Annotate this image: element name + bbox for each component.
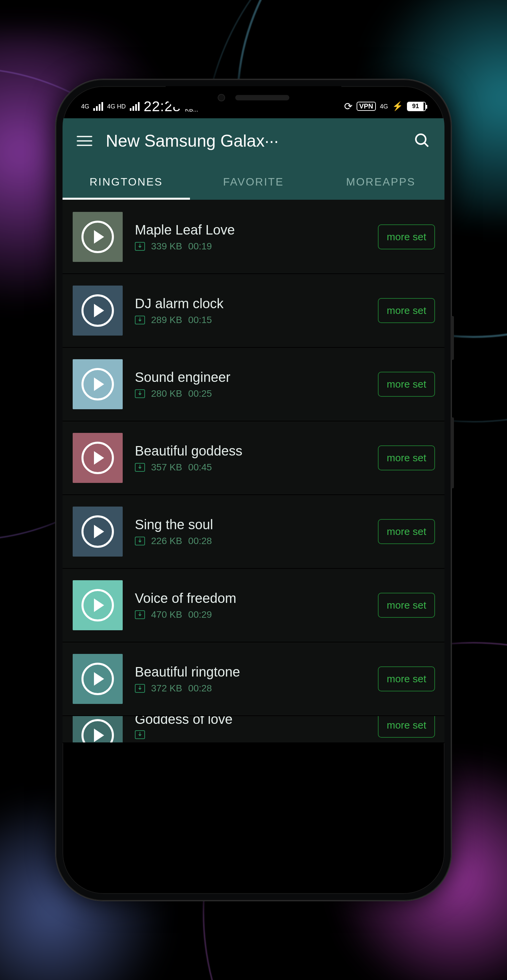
play-icon	[81, 221, 114, 253]
play-button[interactable]	[73, 286, 123, 336]
ringtone-name: Goddess of love	[135, 716, 366, 727]
ringtone-duration: 00:29	[188, 609, 212, 620]
ringtone-size: 289 KB	[151, 315, 182, 325]
more-set-button[interactable]: more set	[378, 593, 435, 618]
ringtone-size: 372 KB	[151, 683, 182, 694]
more-set-button[interactable]: more set	[378, 519, 435, 544]
ringtone-duration: 00:25	[188, 388, 212, 399]
play-button[interactable]	[73, 580, 123, 630]
ringtone-name: Maple Leaf Love	[135, 222, 366, 237]
ringtone-size: 339 KB	[151, 241, 182, 252]
download-icon	[135, 389, 145, 398]
ringtone-duration: 00:45	[188, 462, 212, 473]
ringtone-size: 357 KB	[151, 462, 182, 473]
list-item[interactable]: Goddess of love more set	[62, 716, 445, 743]
play-button[interactable]	[73, 433, 123, 483]
network-label: 4G	[81, 103, 89, 110]
ringtone-info: Beautiful goddess 357 KB 00:45	[135, 443, 366, 473]
play-button[interactable]	[73, 716, 123, 743]
play-icon	[81, 515, 114, 548]
signal-bars-icon	[130, 102, 140, 111]
download-icon	[135, 242, 145, 251]
svg-line-1	[424, 143, 428, 146]
download-icon	[135, 730, 145, 739]
ringtone-name: Beautiful goddess	[135, 443, 366, 458]
more-set-button[interactable]: more set	[378, 667, 435, 691]
play-icon	[81, 368, 114, 401]
tab-bar: RINGTONES FAVORITE MOREAPPS	[62, 167, 445, 200]
app-header: New Samsung Galax··· RINGTONES FAVORITE …	[62, 118, 445, 200]
play-icon	[81, 294, 114, 327]
ringtone-info: DJ alarm clock 289 KB 00:15	[135, 296, 366, 325]
ringtone-name: DJ alarm clock	[135, 296, 366, 311]
download-icon	[135, 316, 145, 325]
ringtone-name: Sing the soul	[135, 517, 366, 532]
list-item[interactable]: DJ alarm clock 289 KB 00:15 more set	[62, 274, 445, 348]
play-icon	[81, 663, 114, 695]
tab-ringtones[interactable]: RINGTONES	[62, 167, 190, 200]
more-set-button[interactable]: more set	[378, 445, 435, 470]
ringtone-size: 280 KB	[151, 388, 182, 399]
screen: 4G 4G HD 22:28 1... KB... ⟳ VPN 4G ⚡ 91	[62, 86, 445, 894]
list-item[interactable]: Beautiful ringtone 372 KB 00:28 more set	[62, 643, 445, 716]
play-button[interactable]	[73, 654, 123, 704]
list-item[interactable]: Sound engineer 280 KB 00:25 more set	[62, 348, 445, 422]
ringtone-info: Sound engineer 280 KB 00:25	[135, 370, 366, 399]
play-button[interactable]	[73, 359, 123, 409]
more-set-button[interactable]: more set	[378, 298, 435, 323]
phone-frame: 4G 4G HD 22:28 1... KB... ⟳ VPN 4G ⚡ 91	[56, 80, 451, 900]
play-icon	[81, 442, 114, 474]
ringtone-duration: 00:15	[188, 315, 212, 325]
tab-favorite[interactable]: FAVORITE	[190, 167, 317, 200]
more-set-button[interactable]: more set	[378, 224, 435, 250]
list-item[interactable]: Maple Leaf Love 339 KB 00:19 more set	[62, 200, 445, 274]
play-icon	[81, 719, 114, 743]
ringtone-size: 470 KB	[151, 609, 182, 620]
ringtone-name: Sound engineer	[135, 370, 366, 385]
play-icon	[81, 589, 114, 622]
battery-percent: 91	[408, 102, 424, 110]
ringtone-info: Maple Leaf Love 339 KB 00:19	[135, 222, 366, 252]
network-label: 4G HD	[107, 103, 126, 110]
tab-moreapps[interactable]: MOREAPPS	[317, 167, 445, 200]
battery-icon: 91	[407, 102, 426, 111]
mobile-data-icon: 4G	[380, 103, 388, 110]
list-item[interactable]: Beautiful goddess 357 KB 00:45 more set	[62, 422, 445, 495]
rotate-icon: ⟳	[344, 100, 352, 112]
ringtone-name: Voice of freedom	[135, 591, 366, 606]
signal-bars-icon	[93, 102, 103, 111]
play-button[interactable]	[73, 212, 123, 262]
download-icon	[135, 610, 145, 619]
menu-button[interactable]	[77, 136, 92, 146]
page-title: New Samsung Galax···	[106, 131, 400, 151]
ringtone-size: 226 KB	[151, 536, 182, 546]
search-button[interactable]	[413, 132, 430, 150]
ringtone-duration: 00:28	[188, 536, 212, 546]
ringtone-duration: 00:28	[188, 683, 212, 694]
list-item[interactable]: Voice of freedom 470 KB 00:29 more set	[62, 569, 445, 643]
ringtone-name: Beautiful ringtone	[135, 664, 366, 679]
front-camera	[218, 94, 225, 101]
svg-point-0	[416, 134, 426, 144]
download-icon	[135, 684, 145, 693]
download-icon	[135, 537, 145, 546]
speaker-grill	[235, 95, 289, 100]
download-icon	[135, 463, 145, 472]
vpn-badge: VPN	[357, 102, 376, 111]
more-set-button[interactable]: more set	[378, 372, 435, 397]
bolt-icon: ⚡	[392, 101, 403, 111]
ringtone-info: Voice of freedom 470 KB 00:29	[135, 591, 366, 620]
ringtone-info: Sing the soul 226 KB 00:28	[135, 517, 366, 546]
ringtone-info: Goddess of love	[135, 716, 366, 739]
list-item[interactable]: Sing the soul 226 KB 00:28 more set	[62, 495, 445, 569]
ringtone-info: Beautiful ringtone 372 KB 00:28	[135, 664, 366, 694]
ringtone-list[interactable]: Maple Leaf Love 339 KB 00:19 more set DJ…	[62, 200, 445, 743]
more-set-button[interactable]: more set	[378, 716, 435, 738]
ringtone-duration: 00:19	[188, 241, 212, 252]
notch	[166, 86, 341, 109]
play-button[interactable]	[73, 507, 123, 557]
